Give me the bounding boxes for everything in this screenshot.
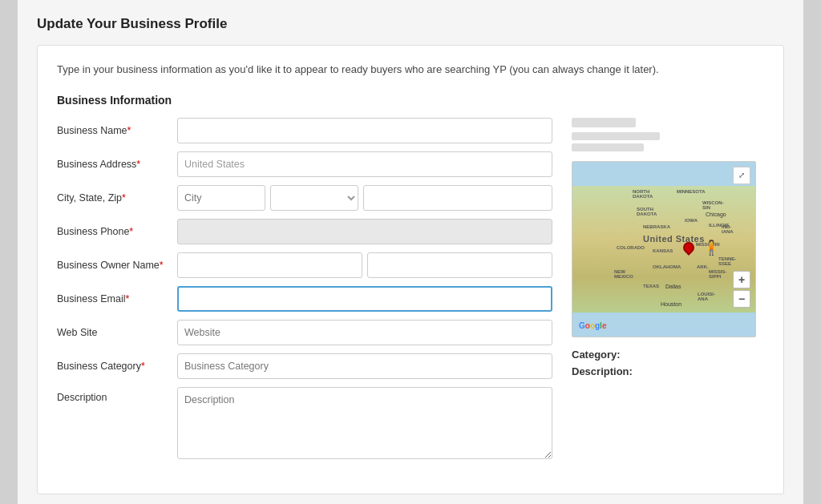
business-phone-field	[177, 219, 552, 244]
right-panel-description-label: Description:	[572, 365, 764, 377]
preview-address2-bar	[572, 143, 644, 151]
map-expand-button[interactable]: ⤢	[733, 167, 750, 184]
right-panel: NORTHDAKOTA MINNESOTA SOUTHDAKOTA WISCON…	[572, 118, 764, 470]
business-phone-input[interactable]	[177, 219, 552, 244]
web-site-input[interactable]	[177, 320, 552, 345]
description-textarea[interactable]	[177, 387, 552, 459]
business-owner-name-row: Business Owner Name*	[57, 252, 552, 278]
map-label-mississippi: MISSIS-SIPPI	[709, 269, 726, 279]
owner-first-name-input[interactable]	[177, 252, 362, 278]
state-select[interactable]	[270, 185, 358, 211]
map-container: NORTHDAKOTA MINNESOTA SOUTHDAKOTA WISCON…	[572, 161, 756, 337]
description-field	[177, 387, 552, 462]
right-panel-category-label: Category:	[572, 349, 764, 361]
business-phone-row: Business Phone*	[57, 219, 552, 244]
map-marker	[683, 242, 696, 258]
business-owner-name-label: Business Owner Name*	[57, 260, 177, 271]
business-name-row: Business Name*	[57, 118, 552, 143]
map-label-louisiana: LOUISI-ANA	[698, 292, 715, 301]
web-site-row: Web Site	[57, 320, 552, 345]
business-preview	[572, 118, 764, 151]
business-name-input[interactable]	[177, 118, 552, 143]
map-label-south-dakota: SOUTHDAKOTA	[637, 207, 657, 216]
business-category-row: Business Category*	[57, 353, 552, 379]
map-label-tennessee: TENNE-SSEE	[718, 256, 736, 266]
map-label-colorado: COLORADO	[617, 245, 645, 250]
business-address-row: Business Address*	[57, 151, 552, 177]
business-phone-label: Business Phone*	[57, 226, 177, 237]
map-label-iowa: IOWA	[685, 218, 698, 223]
map-label-indiana: IND-IANA	[722, 224, 734, 234]
preview-name-bar	[572, 118, 636, 127]
map-label-wisconsin: WISCON-SIN	[702, 200, 724, 210]
map-label-kansas: KANSAS	[653, 248, 673, 253]
city-input[interactable]	[177, 185, 265, 211]
owner-last-name-input[interactable]	[367, 252, 552, 278]
business-name-label: Business Name*	[57, 125, 177, 136]
city-state-zip-row: City, State, Zip*	[57, 185, 552, 211]
business-category-label: Business Category*	[57, 361, 177, 372]
map-person-icon: 🧍	[702, 239, 720, 256]
business-address-label: Business Address*	[57, 159, 177, 170]
business-email-row: Business Email*	[57, 286, 552, 312]
map-label-new-mexico: NEWMEXICO	[614, 269, 633, 279]
map-label-north-dakota: NORTHDAKOTA	[633, 189, 653, 199]
intro-text: Type in your business information as you…	[57, 62, 764, 78]
description-label: Description	[57, 387, 177, 403]
business-category-input[interactable]	[177, 353, 552, 379]
city-state-zip-label: City, State, Zip*	[57, 192, 177, 204]
business-address-input[interactable]	[177, 151, 552, 177]
section-title: Business Information	[57, 94, 764, 107]
business-address-field	[177, 151, 552, 177]
business-email-field	[177, 286, 552, 312]
map-label-arkansas: ARK.	[697, 264, 709, 269]
map-label-houston: Houston	[661, 301, 681, 307]
business-owner-name-field	[177, 252, 552, 278]
description-row: Description	[57, 387, 552, 462]
zoom-out-button[interactable]: −	[733, 290, 750, 308]
business-category-field	[177, 353, 552, 379]
map-label-chicago: Chicago	[706, 212, 726, 217]
map-google-label: Google	[579, 321, 606, 330]
expand-icon: ⤢	[738, 171, 745, 179]
city-state-zip-field	[177, 185, 552, 211]
business-name-field	[177, 118, 552, 143]
web-site-field	[177, 320, 552, 345]
map-label-dallas: Dallas	[665, 284, 681, 289]
map-zoom-controls: + −	[733, 271, 750, 308]
map-background: NORTHDAKOTA MINNESOTA SOUTHDAKOTA WISCON…	[572, 162, 755, 337]
zip-input[interactable]	[363, 185, 552, 211]
map-label-texas: TEXAS	[643, 284, 659, 288]
map-label-nebraska: NEBRASKA	[643, 224, 670, 229]
business-email-label: Business Email*	[57, 293, 177, 304]
web-site-label: Web Site	[57, 327, 177, 338]
business-email-input[interactable]	[177, 286, 552, 312]
page-title: Update Your Business Profile	[37, 16, 784, 32]
map-label-minnesota: MINNESOTA	[677, 189, 706, 194]
preview-address1-bar	[572, 132, 660, 140]
map-label-oklahoma: OKLAHOMA	[653, 264, 681, 269]
map-pin	[681, 240, 697, 256]
zoom-in-button[interactable]: +	[733, 271, 750, 288]
